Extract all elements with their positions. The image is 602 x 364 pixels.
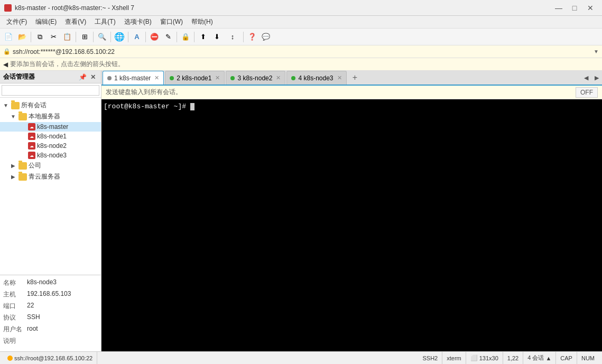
tab-scroll-left[interactable]: ◀ [581, 71, 591, 84]
tree-label-k8s-node1: k8s-node1 [37, 133, 67, 140]
sidebar-search [0, 83, 101, 98]
toolbar-view[interactable]: ⊞ [78, 31, 91, 43]
tree-item-local[interactable]: ▼ 本地服务器 [0, 111, 101, 122]
menu-view[interactable]: 查看(V) [61, 16, 90, 29]
tab-k8s-node2[interactable]: 3 k8s-node2 ✕ [226, 71, 285, 85]
info-value-name: k8s-node3 [27, 278, 57, 289]
broadcast-toggle-button[interactable]: OFF [576, 87, 598, 98]
download-button[interactable]: ⬇ [210, 31, 223, 43]
info-label-protocol: 协议 [3, 313, 27, 324]
tree-item-all-sessions[interactable]: ▼ 所有会话 [0, 100, 101, 111]
expand-company-icon: ▶ [10, 163, 17, 169]
tab-k8s-node1[interactable]: 2 k8s-node1 ✕ [165, 71, 225, 85]
statusbar: ssh://root@192.168.65.100:22 SSH2 xterm … [0, 351, 602, 364]
feedback-button[interactable]: 💬 [260, 31, 272, 43]
toolbar-sep-3 [93, 32, 94, 42]
lock-icon: 🔒 [3, 48, 11, 55]
app-icon [4, 4, 12, 12]
info-value-username: root [27, 325, 38, 335]
tree-label-local: 本地服务器 [29, 112, 60, 121]
sidebar-close-icon[interactable]: ✕ [88, 72, 98, 82]
tab-close-k8s-master[interactable]: ✕ [154, 74, 159, 81]
tab-close-k8s-node1[interactable]: ✕ [215, 74, 220, 81]
tree-item-k8s-node3[interactable]: ☁ k8s-node3 [0, 151, 101, 160]
tab-label-k8s-node1: 2 k8s-node1 [177, 74, 211, 82]
conn-icon-k8s-node2: ☁ [28, 142, 35, 150]
statusbar-size-icon: ⬜ [470, 354, 478, 361]
tab-k8s-node3[interactable]: 4 k8s-node3 ✕ [286, 71, 346, 85]
tree-item-qingyun[interactable]: ▶ 青云服务器 [0, 171, 101, 182]
statusbar-sessions-arrow[interactable]: ▲ [545, 355, 551, 361]
add-tab-button[interactable]: + [349, 71, 362, 84]
info-value-protocol: SSH [27, 313, 40, 324]
folder-qingyun-icon [18, 173, 27, 181]
tab-k8s-master[interactable]: 1 k8s-master ✕ [103, 71, 164, 85]
info-value-host: 192.168.65.103 [27, 290, 71, 301]
stop-button[interactable]: ⛔ [148, 31, 161, 43]
conn-icon-k8s-master: ☁ [28, 123, 35, 130]
transfer-button[interactable]: ↕ [224, 31, 241, 43]
statusbar-sessions-label: 4 会话 [527, 354, 544, 362]
minimize-button[interactable]: — [551, 3, 566, 13]
toolbar-sep-2 [76, 32, 76, 42]
lock-button[interactable]: 🔒 [179, 31, 192, 43]
terminal-prompt: [root@k8s-master ~]# [104, 102, 190, 110]
tree-item-company[interactable]: ▶ 公司 [0, 160, 101, 171]
tab-close-k8s-node3[interactable]: ✕ [337, 74, 342, 81]
toolbar-sep-9 [243, 32, 244, 42]
tree-item-k8s-node1[interactable]: ☁ k8s-node1 [0, 132, 101, 141]
address-dropdown[interactable]: ▼ [594, 49, 599, 54]
statusbar-term: xterm [442, 352, 466, 364]
notice-text: 要添加当前会话，点击左侧的箭头按钮。 [10, 60, 124, 69]
terminal-cursor [190, 103, 195, 110]
session-search-input[interactable] [2, 85, 99, 96]
info-label-port: 端口 [3, 302, 27, 312]
tree-item-k8s-node2[interactable]: ☁ k8s-node2 [0, 141, 101, 151]
menu-tabs[interactable]: 选项卡(B) [120, 16, 156, 29]
paste-button[interactable]: 📋 [61, 31, 73, 43]
maximize-button[interactable]: □ [567, 3, 582, 13]
font-button[interactable]: A [131, 31, 143, 43]
menu-edit[interactable]: 编辑(E) [31, 16, 61, 29]
terminal[interactable]: [root@k8s-master ~]# [101, 99, 602, 351]
statusbar-addr: ssh://root@192.168.65.100:22 [3, 352, 97, 364]
tab-dot-k8s-node1 [170, 76, 174, 80]
compose-button[interactable]: ✎ [162, 31, 174, 43]
tree-label-k8s-master: k8s-master [37, 123, 68, 130]
tab-dot-k8s-node2 [230, 76, 235, 80]
cut-button[interactable]: ✂ [47, 31, 60, 43]
open-button[interactable]: 📂 [16, 31, 29, 43]
menu-tools[interactable]: 工具(T) [90, 16, 119, 29]
notice-arrow-icon[interactable]: ◀ [3, 61, 8, 68]
toolbar-sep-4 [110, 32, 111, 42]
broadcast-bar: 发送键盘输入到所有会话。 OFF [101, 86, 602, 99]
menu-window[interactable]: 窗口(W) [156, 16, 187, 29]
info-label-username: 用户名 [3, 325, 27, 335]
tab-close-k8s-node2[interactable]: ✕ [276, 74, 281, 81]
toolbar-sep-6 [145, 32, 146, 42]
conn-icon-k8s-node1: ☁ [28, 133, 35, 140]
tab-scroll-right[interactable]: ▶ [591, 71, 602, 84]
tree-item-k8s-master[interactable]: ☁ k8s-master [0, 122, 101, 132]
copy-button[interactable]: ⧉ [33, 31, 46, 43]
sidebar-header: 会话管理器 📌 ✕ [0, 71, 101, 83]
menubar: 文件(F) 编辑(E) 查看(V) 工具(T) 选项卡(B) 窗口(W) 帮助(… [0, 16, 602, 29]
menu-help[interactable]: 帮助(H) [187, 16, 217, 29]
close-button[interactable]: ✕ [583, 3, 598, 13]
tree-label-qingyun: 青云服务器 [29, 172, 60, 181]
new-session-button[interactable]: 📄 [2, 31, 15, 43]
menu-file[interactable]: 文件(F) [2, 16, 31, 29]
connect-button[interactable]: 🌐 [113, 31, 126, 43]
info-row-username: 用户名 root [3, 325, 98, 335]
sidebar-header-left: 会话管理器 [3, 72, 35, 81]
sidebar-pin-icon[interactable]: 📌 [78, 72, 87, 82]
find-button[interactable]: 🔍 [96, 31, 108, 43]
info-label-name: 名称 [3, 278, 27, 289]
toolbar-sep-1 [31, 32, 31, 42]
upload-button[interactable]: ⬆ [197, 31, 209, 43]
help-button[interactable]: ❓ [246, 31, 258, 43]
statusbar-cap-label: CAP [560, 355, 572, 361]
toolbar-sep-8 [194, 32, 195, 42]
tree-label-k8s-node2: k8s-node2 [37, 142, 67, 150]
main-area: 会话管理器 📌 ✕ ▼ 所有会话 ▼ 本地服务器 [0, 71, 602, 351]
